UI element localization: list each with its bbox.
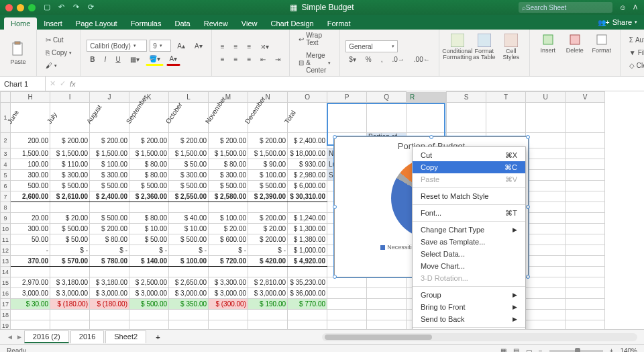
- cell[interactable]: $ 4,920.00: [288, 256, 327, 267]
- cell[interactable]: $ 200.00: [169, 133, 209, 148]
- cell[interactable]: [526, 234, 566, 245]
- cell[interactable]: September: [129, 103, 169, 133]
- search-input[interactable]: ⌕ Search Sheet: [519, 2, 612, 13]
- window-controls[interactable]: [0, 4, 36, 11]
- align-left-button[interactable]: ≡: [217, 54, 228, 65]
- cell[interactable]: [90, 320, 129, 330]
- cell[interactable]: $ 200.00: [209, 133, 248, 148]
- cell[interactable]: $ 20.00: [209, 224, 248, 234]
- row-header[interactable]: 16: [1, 288, 11, 299]
- menu-item-group[interactable]: Group▶: [413, 289, 525, 301]
- cell[interactable]: [327, 277, 367, 288]
- comma-button[interactable]: ,: [378, 54, 386, 65]
- inc-decimal-button[interactable]: .0→: [389, 54, 408, 65]
- cell[interactable]: [169, 267, 209, 277]
- repeat-icon[interactable]: ⟳: [88, 3, 97, 12]
- cell[interactable]: 3,000.00: [11, 288, 50, 299]
- row-header[interactable]: 10: [1, 224, 11, 234]
- align-center-button[interactable]: ≡: [231, 54, 241, 65]
- cell[interactable]: $ 200.00: [248, 234, 288, 245]
- cell[interactable]: [566, 103, 605, 133]
- cell[interactable]: $ 500.00: [129, 181, 169, 191]
- menu-item-send-to-back[interactable]: Send to Back▶: [413, 313, 525, 325]
- row-header[interactable]: 8: [1, 202, 11, 213]
- cell[interactable]: [327, 103, 367, 133]
- orientation-button[interactable]: ⤨▾: [257, 41, 272, 52]
- cell[interactable]: [169, 320, 209, 330]
- menu-item-move-chart-[interactable]: Move Chart...: [413, 260, 525, 272]
- user-icon[interactable]: ☺: [619, 3, 627, 11]
- zoom-level[interactable]: 140%: [620, 347, 637, 352]
- cell[interactable]: [248, 310, 288, 320]
- cell[interactable]: $ 1,500.00: [248, 148, 288, 159]
- cell[interactable]: $ 80.00: [129, 213, 169, 224]
- cell[interactable]: $ 200.00: [90, 133, 129, 148]
- cell[interactable]: [526, 170, 566, 181]
- cell[interactable]: $ 80.00: [90, 234, 129, 245]
- bold-button[interactable]: B: [87, 54, 98, 65]
- cell[interactable]: $ 500.00: [50, 224, 90, 234]
- menu-item-reset-to-match-style[interactable]: Reset to Match Style: [413, 190, 525, 202]
- cell[interactable]: [526, 277, 566, 288]
- cell[interactable]: $ -: [129, 245, 169, 256]
- horizontal-scrollbar[interactable]: [322, 333, 637, 341]
- cell[interactable]: [566, 202, 605, 213]
- view-layout-icon[interactable]: ▤: [513, 347, 519, 352]
- cell[interactable]: $ 80.00: [129, 159, 169, 170]
- col-header[interactable]: T: [486, 92, 526, 103]
- cell[interactable]: -: [11, 245, 50, 256]
- scrollbar-thumb[interactable]: [325, 335, 432, 340]
- cell[interactable]: $ 500.00: [169, 181, 209, 191]
- cell[interactable]: $ 50.00: [169, 159, 209, 170]
- cell[interactable]: $ 1,500.00: [50, 148, 90, 159]
- cell[interactable]: [90, 267, 129, 277]
- minimize-window-icon[interactable]: [17, 4, 24, 11]
- clear-button[interactable]: ◇Clear▾: [626, 60, 644, 71]
- format-as-table-button[interactable]: Format as Table: [472, 32, 497, 73]
- cell[interactable]: [526, 133, 566, 148]
- maximize-window-icon[interactable]: [28, 4, 36, 11]
- cell[interactable]: $ 100.00: [90, 159, 129, 170]
- cell[interactable]: [526, 103, 566, 133]
- cell[interactable]: [526, 320, 566, 330]
- cell[interactable]: [367, 310, 407, 320]
- cell[interactable]: $ 1,240.00: [288, 213, 327, 224]
- cell[interactable]: [526, 213, 566, 224]
- cell[interactable]: $ 20.00: [248, 224, 288, 234]
- cell[interactable]: $ 35,230.00: [288, 277, 327, 288]
- cell[interactable]: [566, 277, 605, 288]
- cell[interactable]: [209, 320, 248, 330]
- add-sheet-button[interactable]: +: [148, 332, 168, 343]
- cell[interactable]: $ 80.00: [129, 170, 169, 181]
- delete-cells-button[interactable]: Delete: [562, 32, 588, 73]
- cell[interactable]: [566, 224, 605, 234]
- cell[interactable]: $ -: [209, 245, 248, 256]
- cell[interactable]: [566, 170, 605, 181]
- col-header[interactable]: I: [50, 92, 90, 103]
- cell[interactable]: December: [248, 103, 288, 133]
- cell[interactable]: [367, 277, 407, 288]
- row-header[interactable]: 9: [1, 213, 11, 224]
- cell[interactable]: [566, 299, 605, 310]
- sheet-nav-last-icon[interactable]: ►: [16, 333, 23, 341]
- cell[interactable]: $ 3,180.00: [50, 277, 90, 288]
- cell[interactable]: [50, 202, 90, 213]
- cell[interactable]: [11, 202, 50, 213]
- cell[interactable]: $ 50.00: [129, 234, 169, 245]
- cell[interactable]: $ 3,180.00: [90, 277, 129, 288]
- row-header[interactable]: 19: [1, 320, 11, 330]
- cell[interactable]: $ -: [169, 245, 209, 256]
- italic-button[interactable]: I: [101, 54, 110, 65]
- cell[interactable]: $ 500.00: [209, 181, 248, 191]
- cell[interactable]: $ 2,810.00: [248, 277, 288, 288]
- cell[interactable]: August: [90, 103, 129, 133]
- cell[interactable]: $ 500.00: [248, 181, 288, 191]
- row-header[interactable]: 17: [1, 299, 11, 310]
- cell[interactable]: $ 930.00: [288, 159, 327, 170]
- cell[interactable]: $ 10.00: [129, 224, 169, 234]
- tab-home[interactable]: Home: [4, 17, 37, 30]
- cell[interactable]: $ 2,580.00: [209, 191, 248, 202]
- cell[interactable]: [566, 320, 605, 330]
- copy-button[interactable]: ⎘Copy▾: [42, 47, 75, 58]
- cell[interactable]: [129, 202, 169, 213]
